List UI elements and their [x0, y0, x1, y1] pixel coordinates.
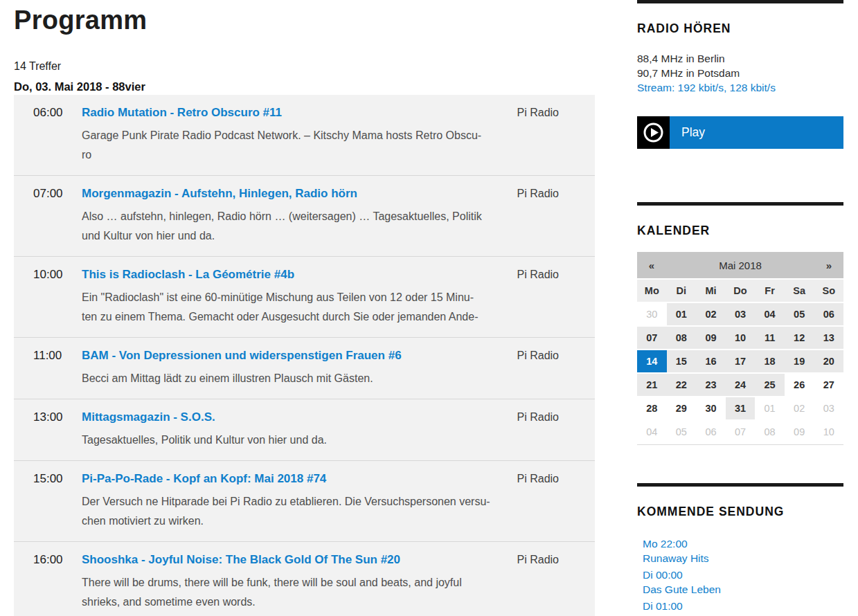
- calendar-day[interactable]: 12: [785, 327, 814, 349]
- program-time: 15:00: [14, 471, 82, 487]
- calendar-day[interactable]: 10: [726, 327, 756, 349]
- stream-link-192[interactable]: Stream: 192 kbit/s: [637, 82, 724, 93]
- program-time: 13:00: [14, 409, 82, 426]
- play-circle-icon: [637, 116, 670, 149]
- calendar-day-header: Do: [726, 280, 756, 302]
- program-main: Mittagsmagazin - S.O.S.Tagesaktuelles, P…: [82, 409, 503, 450]
- program-main: Radio Mutation - Retro Obscuro #11Garage…: [82, 105, 503, 165]
- calendar-day[interactable]: 07: [637, 327, 667, 349]
- program-time: 10:00: [14, 266, 82, 283]
- program-description: Also … aufstehn, hinlegen, Radio hörn … …: [82, 207, 503, 246]
- calendar-day-headers: MoDiMiDoFrSaSo: [637, 280, 843, 302]
- calendar-day-selected[interactable]: 14: [637, 350, 667, 372]
- program-title-link[interactable]: Radio Mutation - Retro Obscuro #11: [82, 105, 282, 121]
- calendar-month-header: « Mai 2018 »: [637, 252, 843, 278]
- upcoming-show-link[interactable]: Mo 22:00Runaway Hits: [643, 536, 843, 565]
- program-description: Tagesaktuelles, Politik und Kultur von h…: [82, 431, 503, 450]
- program-description: Der Versuch ne Hitparade bei Pi Radio zu…: [82, 492, 503, 531]
- page: Programm 14 Treffer Do, 03. Mai 2018 - 8…: [0, 0, 858, 616]
- section-divider-bar: [637, 0, 843, 3]
- calendar-day: 10: [814, 421, 843, 443]
- calendar-day: 04: [637, 421, 667, 443]
- upcoming-show-link[interactable]: Di 01:0088vier: [643, 599, 843, 616]
- calendar-day[interactable]: 15: [667, 350, 697, 372]
- stream-links: Stream: 192 kbit/s, 128 kbit/s: [637, 80, 843, 95]
- calendar-day[interactable]: 04: [755, 303, 785, 325]
- calendar-day-header: Di: [667, 280, 697, 302]
- calendar-day[interactable]: 18: [755, 350, 785, 372]
- calendar-day[interactable]: 24: [726, 374, 756, 396]
- calendar-day[interactable]: 31: [726, 397, 756, 419]
- program-title-link[interactable]: This is Radioclash - La Géométrie #4b: [82, 266, 294, 283]
- calendar-day: 02: [785, 397, 814, 419]
- calendar-day[interactable]: 09: [696, 327, 726, 349]
- program-title-link[interactable]: Pi-Pa-Po-Rade - Kopf an Kopf: Mai 2018 #…: [82, 471, 326, 487]
- program-main: BAM - Von Depressionen und widerspenstig…: [82, 347, 503, 388]
- upcoming-show-title: 88vier: [643, 613, 843, 616]
- calendar-day[interactable]: 25: [755, 374, 785, 396]
- program-time: 06:00: [14, 105, 82, 121]
- frequency-potsdam: 90,7 MHz in Potsdam: [637, 66, 843, 80]
- calendar-day: 09: [785, 421, 814, 443]
- calendar-day[interactable]: 06: [814, 303, 843, 325]
- program-description: Ein "Radioclash" ist eine 60-minütige Mi…: [82, 288, 503, 327]
- upcoming-show-time: Di 01:00: [643, 599, 843, 613]
- program-title-link[interactable]: Mittagsmagazin - S.O.S.: [82, 409, 215, 426]
- program-time: 11:00: [14, 347, 82, 364]
- program-title-link[interactable]: Shooshka - Joyful Noise: The Black Gold …: [82, 552, 400, 568]
- calendar-day[interactable]: 13: [814, 327, 843, 349]
- calendar-day[interactable]: 08: [667, 327, 697, 349]
- calendar-day[interactable]: 19: [785, 350, 814, 372]
- page-title: Programm: [14, 4, 595, 36]
- calendar-widget: « Mai 2018 » MoDiMiDoFrSaSo 300102030405…: [637, 252, 843, 445]
- upcoming-show-title: Runaway Hits: [643, 551, 843, 565]
- calendar-day[interactable]: 11: [755, 327, 785, 349]
- program-time: 07:00: [14, 185, 82, 202]
- date-heading: Do, 03. Mai 2018 - 88vier: [14, 80, 595, 93]
- program-row: 11:00BAM - Von Depressionen und widerspe…: [14, 337, 595, 399]
- program-main: Morgenmagazin - Aufstehn, Hinlegen, Radi…: [82, 185, 503, 246]
- program-list: 06:00Radio Mutation - Retro Obscuro #11G…: [14, 95, 595, 616]
- calendar-day[interactable]: 17: [726, 350, 756, 372]
- calendar-day[interactable]: 23: [696, 374, 726, 396]
- calendar-prev-icon[interactable]: «: [637, 260, 666, 271]
- calendar-day-header: Sa: [785, 280, 814, 302]
- calendar-day[interactable]: 02: [696, 303, 726, 325]
- program-description: There will be drums, there will be funk,…: [82, 573, 503, 612]
- calendar-day[interactable]: 22: [667, 374, 697, 396]
- calendar-week-row: 30010203040506: [637, 303, 843, 325]
- station-label: Pi Radio: [503, 409, 595, 426]
- calendar-day[interactable]: 21: [637, 374, 667, 396]
- program-main: Pi-Pa-Po-Rade - Kopf an Kopf: Mai 2018 #…: [82, 471, 503, 531]
- station-label: Pi Radio: [503, 347, 595, 364]
- program-row: 15:00Pi-Pa-Po-Rade - Kopf an Kopf: Mai 2…: [14, 460, 595, 541]
- program-row: 16:00Shooshka - Joyful Noise: The Black …: [14, 541, 595, 616]
- calendar-day[interactable]: 03: [726, 303, 756, 325]
- program-main: This is Radioclash - La Géométrie #4bEin…: [82, 266, 503, 327]
- calendar-day[interactable]: 05: [785, 303, 814, 325]
- upcoming-show-title: Das Gute Leben: [643, 582, 843, 597]
- upcoming-show-link[interactable]: Di 00:00Das Gute Leben: [643, 568, 843, 597]
- calendar-heading: KALENDER: [637, 224, 843, 237]
- calendar-day: 30: [637, 303, 667, 325]
- program-title-link[interactable]: BAM - Von Depressionen und widerspenstig…: [82, 347, 402, 364]
- calendar-day[interactable]: 16: [696, 350, 726, 372]
- calendar-month-label: Mai 2018: [666, 260, 814, 271]
- program-time: 16:00: [14, 552, 82, 568]
- calendar-next-icon[interactable]: »: [814, 260, 843, 271]
- results-count: 14 Treffer: [14, 60, 595, 73]
- station-label: Pi Radio: [503, 105, 595, 121]
- stream-link-128[interactable]: 128 kbit/s: [730, 82, 776, 93]
- calendar-day[interactable]: 20: [814, 350, 843, 372]
- play-button-label: Play: [681, 125, 705, 140]
- station-label: Pi Radio: [503, 266, 595, 283]
- calendar-day[interactable]: 01: [667, 303, 697, 325]
- calendar-week-row: 04050607080910: [637, 421, 843, 443]
- upcoming-show-time: Mo 22:00: [643, 536, 843, 551]
- calendar-day: 27: [814, 374, 843, 396]
- section-divider-bar: [637, 202, 843, 206]
- frequency-info: 88,4 MHz in Berlin 90,7 MHz in Potsdam S…: [637, 51, 843, 95]
- play-button[interactable]: Play: [637, 116, 843, 149]
- program-title-link[interactable]: Morgenmagazin - Aufstehn, Hinlegen, Radi…: [82, 185, 357, 202]
- upcoming-show-list: Mo 22:00Runaway HitsDi 00:00Das Gute Leb…: [637, 536, 843, 616]
